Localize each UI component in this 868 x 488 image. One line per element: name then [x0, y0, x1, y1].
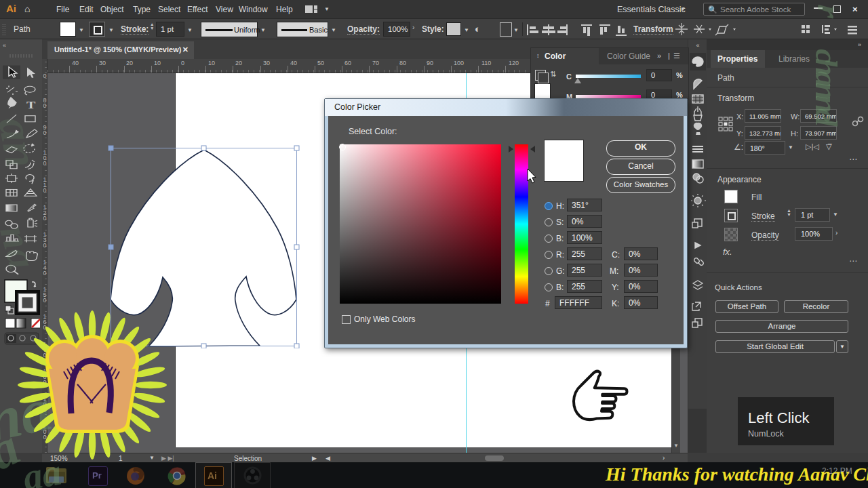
- svg-text:«: «: [696, 42, 699, 49]
- svg-text:T: T: [26, 100, 36, 111]
